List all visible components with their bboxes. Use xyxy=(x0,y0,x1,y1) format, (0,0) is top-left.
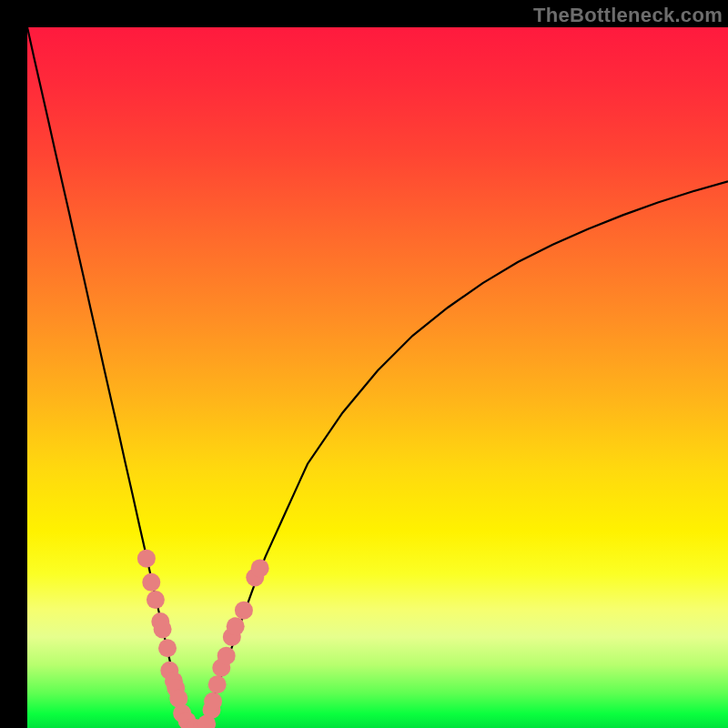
chart-frame: TheBottleneck.com xyxy=(0,0,728,728)
watermark-text: TheBottleneck.com xyxy=(533,4,723,27)
plot-background xyxy=(27,27,728,728)
